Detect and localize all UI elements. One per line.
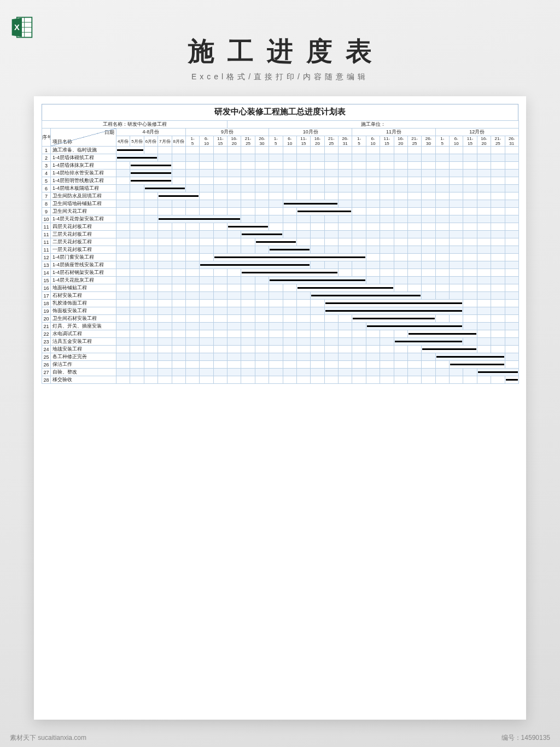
empty-cell bbox=[185, 254, 199, 261]
empty-cell bbox=[296, 177, 310, 185]
empty-cell bbox=[477, 170, 491, 177]
seq-cell: 5 bbox=[42, 177, 51, 185]
empty-cell bbox=[366, 353, 380, 361]
empty-cell bbox=[213, 192, 227, 200]
empty-cell bbox=[477, 323, 491, 330]
empty-cell bbox=[380, 177, 394, 185]
task-name-cell: 1-4层照明管线敷设工程 bbox=[51, 177, 116, 185]
date-sub: 26-30 bbox=[422, 136, 435, 147]
empty-cell bbox=[130, 269, 144, 277]
empty-cell bbox=[144, 307, 158, 315]
empty-cell bbox=[116, 223, 130, 231]
gantt-bar bbox=[228, 226, 268, 227]
empty-cell bbox=[311, 353, 324, 361]
empty-cell bbox=[255, 346, 269, 353]
empty-cell bbox=[394, 369, 407, 376]
table-title: 研发中心装修工程施工总进度计划表 bbox=[42, 104, 518, 120]
empty-cell bbox=[463, 192, 477, 200]
table-row: 11一层天花封板工程 bbox=[42, 246, 519, 254]
empty-cell bbox=[505, 208, 518, 215]
empty-cell bbox=[269, 200, 283, 208]
seq-cell: 24 bbox=[42, 346, 51, 353]
task-name-cell: 饰面板安装工程 bbox=[51, 307, 116, 315]
empty-cell bbox=[339, 200, 352, 208]
empty-cell bbox=[380, 200, 394, 208]
empty-cell bbox=[228, 330, 241, 338]
empty-cell bbox=[213, 269, 227, 277]
gantt-bar bbox=[159, 218, 240, 220]
empty-cell bbox=[283, 361, 296, 369]
empty-cell bbox=[144, 238, 158, 246]
gantt-bar-cell bbox=[324, 300, 463, 307]
empty-cell bbox=[407, 231, 421, 238]
empty-cell bbox=[116, 192, 130, 200]
table-row: 16地面砖铺贴工程 bbox=[42, 284, 519, 292]
task-name-cell: 1-4层天花骨架安装工程 bbox=[51, 215, 116, 223]
empty-cell bbox=[144, 246, 158, 254]
empty-cell bbox=[352, 369, 366, 376]
empty-cell bbox=[463, 338, 477, 346]
empty-cell bbox=[394, 269, 407, 277]
empty-cell bbox=[130, 307, 144, 315]
empty-cell bbox=[380, 376, 394, 384]
table-row: 51-4层照明管线敷设工程 bbox=[42, 177, 519, 185]
empty-cell bbox=[144, 269, 158, 277]
empty-cell bbox=[477, 223, 491, 231]
empty-cell bbox=[477, 162, 491, 170]
gantt-bar-cell bbox=[324, 307, 463, 315]
empty-cell bbox=[241, 330, 255, 338]
empty-cell bbox=[116, 353, 130, 361]
empty-cell bbox=[158, 315, 172, 323]
empty-cell bbox=[380, 154, 394, 162]
empty-cell bbox=[311, 307, 324, 315]
empty-cell bbox=[422, 177, 435, 185]
empty-cell bbox=[158, 346, 172, 353]
empty-cell bbox=[213, 208, 227, 215]
empty-cell bbox=[158, 376, 172, 384]
empty-cell bbox=[158, 284, 172, 292]
empty-cell bbox=[311, 154, 324, 162]
empty-cell bbox=[450, 269, 463, 277]
empty-cell bbox=[311, 147, 324, 154]
empty-cell bbox=[435, 292, 449, 300]
empty-cell bbox=[172, 330, 185, 338]
empty-cell bbox=[505, 346, 518, 353]
empty-cell bbox=[491, 185, 505, 192]
empty-cell bbox=[172, 208, 185, 215]
empty-cell bbox=[241, 162, 255, 170]
empty-cell bbox=[255, 162, 269, 170]
empty-cell bbox=[505, 361, 518, 369]
empty-cell bbox=[130, 223, 144, 231]
seq-cell: 3 bbox=[42, 162, 51, 170]
empty-cell bbox=[228, 361, 241, 369]
empty-cell bbox=[311, 223, 324, 231]
empty-cell bbox=[394, 208, 407, 215]
empty-cell bbox=[422, 376, 435, 384]
gantt-bar bbox=[422, 348, 476, 350]
date-sub: 1-5 bbox=[185, 136, 199, 147]
empty-cell bbox=[200, 315, 213, 323]
empty-cell bbox=[255, 170, 269, 177]
empty-cell bbox=[283, 192, 296, 200]
empty-cell bbox=[185, 200, 199, 208]
table-row: 17石材安装工程 bbox=[42, 292, 519, 300]
empty-cell bbox=[407, 277, 421, 284]
gantt-bar-cell bbox=[116, 147, 144, 154]
gantt-bar bbox=[131, 172, 171, 174]
empty-cell bbox=[435, 162, 449, 170]
empty-cell bbox=[505, 269, 518, 277]
gantt-bar bbox=[242, 272, 337, 273]
empty-cell bbox=[269, 154, 283, 162]
empty-cell bbox=[255, 147, 269, 154]
empty-cell bbox=[116, 162, 130, 170]
empty-cell bbox=[491, 200, 505, 208]
empty-cell bbox=[352, 330, 366, 338]
empty-cell bbox=[505, 185, 518, 192]
empty-cell bbox=[407, 346, 421, 353]
empty-cell bbox=[296, 369, 310, 376]
col-diagonal: 日期项目名称 bbox=[51, 129, 116, 147]
empty-cell bbox=[255, 307, 269, 315]
empty-cell bbox=[380, 254, 394, 261]
empty-cell bbox=[200, 238, 213, 246]
task-name-cell: 乳胶漆饰面工程 bbox=[51, 300, 116, 307]
